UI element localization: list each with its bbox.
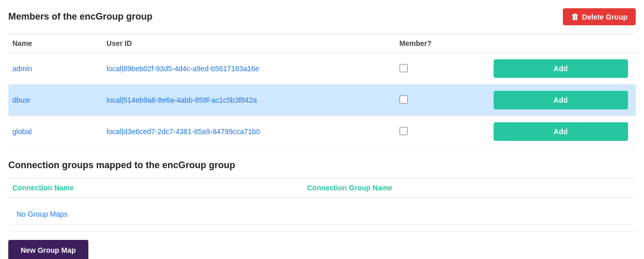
- col-header-connection-name: Connection Name: [8, 179, 303, 198]
- connection-groups-title: Connection groups mapped to the encGroup…: [8, 160, 636, 171]
- members-table-header-row: Name User ID Member?: [8, 34, 636, 53]
- delete-group-label: Delete Group: [582, 13, 627, 21]
- delete-group-button[interactable]: 🗑 Delete Group: [563, 8, 636, 25]
- members-title: Members of the encGroup group: [8, 11, 152, 22]
- user-name-link[interactable]: global: [12, 127, 32, 136]
- user-name-link[interactable]: dbusr: [12, 96, 30, 104]
- user-id-link[interactable]: local|d3e6ced7-2dc7-4381-85a9-84799cca71…: [106, 127, 260, 136]
- table-row: dbusrlocal|514eb9a8-8e6a-4abb-858f-ac1c5…: [8, 85, 636, 116]
- no-group-maps-cell: No Group Maps: [8, 198, 636, 232]
- col-header-userid: User ID: [102, 34, 395, 53]
- new-group-map-button[interactable]: New Group Map: [8, 240, 88, 259]
- member-checkbox[interactable]: [400, 95, 408, 104]
- table-row: globallocal|d3e6ced7-2dc7-4381-85a9-8479…: [8, 116, 636, 148]
- members-table: Name User ID Member? adminlocal|89beb02f…: [8, 34, 636, 148]
- add-member-button[interactable]: Add: [494, 91, 628, 109]
- member-checkbox[interactable]: [400, 64, 408, 72]
- add-member-button[interactable]: Add: [494, 122, 628, 141]
- col-header-member: Member?: [395, 34, 489, 53]
- user-name-link[interactable]: admin: [12, 64, 32, 73]
- no-group-maps-row: No Group Maps: [8, 198, 636, 232]
- members-section-header: Members of the encGroup group 🗑 Delete G…: [8, 8, 636, 25]
- user-id-link[interactable]: local|89beb02f-93d5-4d4c-a9ed-b5617183a1…: [106, 64, 259, 73]
- member-checkbox[interactable]: [400, 127, 408, 135]
- no-group-maps-label: No Group Maps: [12, 204, 632, 225]
- col-header-connection-group-name: Connection Group Name: [303, 179, 636, 198]
- add-member-button[interactable]: Add: [494, 59, 628, 78]
- table-row: adminlocal|89beb02f-93d5-4d4c-a9ed-b5617…: [8, 53, 636, 85]
- page-container: Members of the encGroup group 🗑 Delete G…: [0, 0, 644, 259]
- user-id-link[interactable]: local|514eb9a8-8e6a-4abb-858f-ac1c5b3f84…: [106, 96, 257, 104]
- connection-groups-table: Connection Name Connection Group Name No…: [8, 178, 636, 232]
- col-header-action: [489, 34, 636, 53]
- col-header-name: Name: [8, 34, 102, 53]
- connection-groups-section: Connection groups mapped to the encGroup…: [8, 160, 636, 259]
- trash-icon: 🗑: [571, 12, 579, 21]
- conn-table-header-row: Connection Name Connection Group Name: [8, 179, 636, 198]
